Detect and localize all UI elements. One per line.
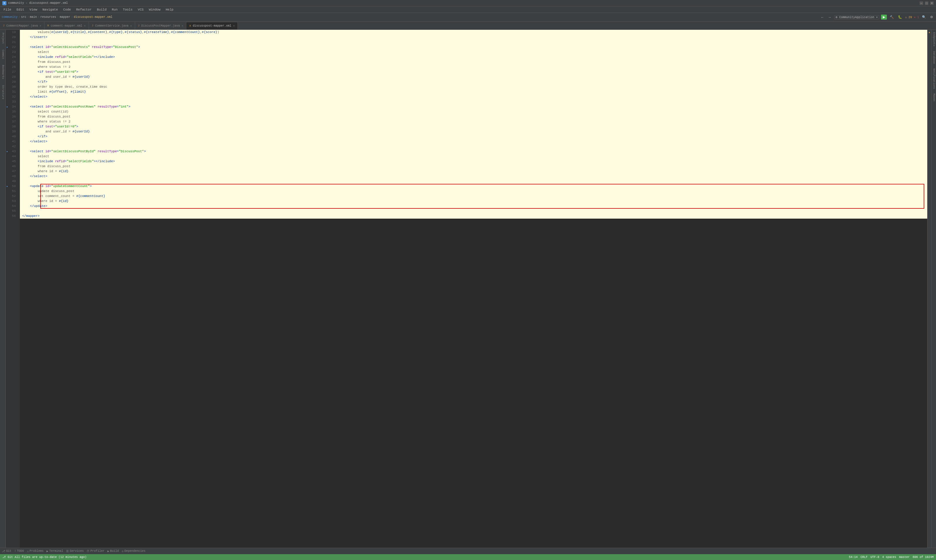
code-line-30: order by type desc, create_time desc (20, 85, 927, 89)
code-line-37: where status != 2 (20, 119, 927, 124)
code-line-39: and user_id = #{userId} (20, 129, 927, 134)
minimize-button[interactable]: ─ (920, 2, 923, 5)
bottom-build[interactable]: ▶ Build (107, 549, 119, 553)
line-num-47: 47 (6, 169, 18, 174)
code-line-53: where id = #{id} (20, 199, 927, 204)
bottom-terminal[interactable]: ▶ Terminal (46, 549, 63, 553)
menu-vcs[interactable]: VCS (136, 7, 146, 12)
code-line-43: <select id="selectDiscussPostById" resul… (20, 149, 927, 154)
breadcrumb-community[interactable]: community (2, 15, 17, 19)
menu-refactor[interactable]: Refactor (74, 7, 94, 12)
menu-window[interactable]: Window (146, 7, 163, 12)
bottom-dependencies[interactable]: ◇ Dependencies (122, 549, 145, 553)
vcs-branch[interactable]: master (899, 555, 910, 559)
code-line-41: </select> (20, 139, 927, 144)
menu-run[interactable]: Run (109, 7, 120, 12)
code-editor[interactable]: values(#{userId},#{title},#{content},#{t… (20, 30, 927, 548)
menu-build[interactable]: Build (94, 7, 109, 12)
build-button[interactable]: 🔨 (889, 15, 895, 20)
tab-close[interactable]: ✕ (130, 24, 132, 28)
breadcrumb-mapper[interactable]: mapper (60, 15, 70, 19)
breadcrumb-main[interactable]: main (30, 15, 37, 19)
tab-label: comment-mapper.xml (51, 24, 82, 28)
tab-comment-mapper-xml[interactable]: X comment-mapper.xml ✕ (45, 22, 89, 29)
tab-close[interactable]: ✕ (84, 24, 85, 28)
maximize-button[interactable]: □ (925, 2, 928, 5)
menu-navigate[interactable]: Navigate (40, 7, 60, 12)
bottom-git[interactable]: ⎇ Git (2, 549, 11, 553)
code-line-42 (20, 144, 927, 149)
line-ending[interactable]: CRLF (860, 555, 868, 559)
sidebar-item-project[interactable]: Project (1, 31, 5, 46)
menu-view[interactable]: View (27, 7, 40, 12)
bottom-problems[interactable]: ⚠ Problems (27, 549, 43, 553)
tab-discusspost-mapper-xml[interactable]: X discusspost-mapper.xml ✕ (186, 22, 238, 29)
tab-commentmapper[interactable]: J CommentMapper.java ✕ (0, 22, 45, 29)
dependencies-icon: ◇ (122, 549, 123, 553)
code-line-50: <update id="updateCommentCount"> (20, 184, 927, 189)
breadcrumb-resources[interactable]: resources (40, 15, 56, 19)
window-controls[interactable]: ─ □ ✕ (920, 2, 934, 5)
debug-button[interactable]: 🐛 (897, 15, 903, 20)
line-num-43: 43 (6, 149, 18, 154)
xml-icon: X (47, 24, 49, 27)
line-num-50: 50 (6, 184, 18, 189)
code-line-48: </select> (20, 174, 927, 179)
back-button[interactable]: ← (820, 15, 825, 20)
line-num-22: 22 (6, 45, 18, 50)
terminal-icon: ▶ (46, 549, 48, 553)
settings-button[interactable]: ⚙ (929, 15, 934, 20)
line-num-36: 36 (6, 114, 18, 119)
run-button[interactable]: ▶ (881, 15, 887, 20)
indent[interactable]: 4 spaces (882, 555, 896, 559)
tab-discusspostmapper[interactable]: J DiscussPostMapper.java ✕ (135, 22, 187, 29)
code-line-21 (20, 40, 927, 45)
panel-notifications[interactable]: Notifications (932, 66, 936, 91)
menu-help[interactable]: Help (163, 7, 176, 12)
java-icon: J (3, 24, 5, 27)
bottom-todo[interactable]: ! TODO (14, 549, 24, 553)
line-num-38: 38 (6, 124, 18, 129)
toolbar: community › src › main › resources › map… (0, 13, 936, 22)
line-num-20: 20 (6, 35, 18, 40)
code-line-52: set comment_count = #{commentCount} (20, 194, 927, 199)
line-num-31: 31 (6, 89, 18, 94)
menu-code[interactable]: Code (61, 7, 73, 12)
line-num-21: 21 (6, 40, 18, 45)
cursor-position[interactable]: 54:14 (849, 555, 857, 559)
code-line-34: <select id="selectDiscussPostRows" resul… (20, 105, 927, 109)
panel-maven[interactable]: Maven (932, 91, 936, 104)
bottom-bar: ⎇ Git ! TODO ⚠ Problems ▶ Terminal ☰ Ser… (0, 548, 936, 554)
bottom-services[interactable]: ☰ Services (66, 549, 84, 553)
tab-label: CommentMapper.java (6, 24, 38, 28)
tab-close[interactable]: ✕ (233, 24, 234, 28)
tab-label: DiscussPostMapper.java (141, 24, 180, 28)
panel-database[interactable]: Database (932, 49, 936, 66)
todo-label: TODO (17, 549, 24, 553)
editor-area: 19 20 21 22 23 24 25 26 27 28 29 30 31 3… (6, 30, 931, 548)
title-bar-left: ⊕ community - discusspost-mapper.xml (2, 1, 68, 5)
menu-file[interactable]: File (1, 7, 14, 12)
close-button[interactable]: ✕ (930, 2, 934, 5)
tabs-bar: J CommentMapper.java ✕ X comment-mapper.… (0, 22, 936, 30)
charset[interactable]: UTF-8 (870, 555, 879, 559)
panel-endpoints[interactable]: Endpoints (932, 30, 936, 49)
menu-tools[interactable]: Tools (120, 7, 135, 12)
tab-close[interactable]: ✕ (182, 24, 183, 28)
run-config-selector[interactable]: ⚙ CommunityApplication ▾ (834, 15, 879, 19)
sidebar-item-commit[interactable]: Commit (1, 48, 5, 61)
tab-close[interactable]: ✕ (40, 24, 41, 28)
breadcrumb-src[interactable]: src (21, 15, 26, 19)
menu-bar: File Edit View Navigate Code Refactor Bu… (0, 6, 936, 13)
forward-button[interactable]: → (827, 15, 833, 20)
line-num-56: 56 (6, 214, 18, 218)
services-label: Services (69, 549, 84, 553)
sidebar-item-structure[interactable]: Structure (1, 83, 5, 101)
tab-commentservice[interactable]: J CommentService.java ✕ (89, 22, 135, 29)
git-branch: Git (8, 555, 13, 559)
breadcrumb-file[interactable]: discusspost-mapper.xml (74, 15, 112, 19)
sidebar-item-bookmarks[interactable]: Bookmarks (1, 63, 5, 81)
search-button[interactable]: 🔍 (921, 15, 927, 20)
menu-edit[interactable]: Edit (14, 7, 26, 12)
bottom-profiler[interactable]: ⏱ Profiler (86, 549, 105, 553)
